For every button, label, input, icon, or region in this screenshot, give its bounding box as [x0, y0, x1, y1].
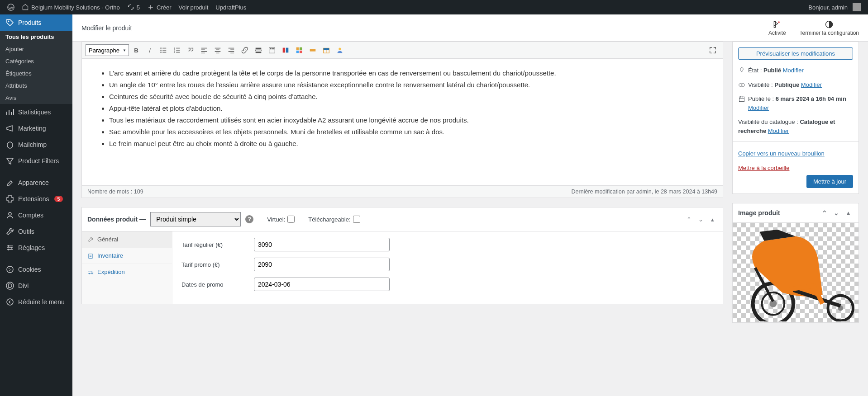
panel-down-icon[interactable]: ⌄ — [696, 214, 706, 224]
regular-price-input[interactable] — [254, 238, 390, 251]
updraftplus[interactable]: UpdraftPlus — [212, 0, 250, 14]
updates[interactable]: 5 — [124, 0, 143, 14]
tab-inventory[interactable]: Inventaire — [82, 248, 172, 264]
panel-toggle-icon[interactable]: ▴ — [707, 214, 717, 224]
edit-catalog-link[interactable]: Modifier — [768, 127, 789, 134]
submenu-attributs[interactable]: Attributs — [0, 80, 72, 92]
product-image-title: Image produit — [738, 209, 780, 217]
content-bullet: Le frein manuel peut être au choix monté… — [109, 138, 709, 149]
tab-shipping[interactable]: Expédition — [82, 264, 172, 280]
menu-filters[interactable]: Product Filters — [0, 153, 72, 169]
panel-up-icon[interactable]: ⌃ — [684, 214, 694, 224]
product-data-panel: Données produit — Produit simple ? Virtu… — [81, 207, 723, 304]
new-content[interactable]: Créer — [143, 0, 175, 14]
update-button[interactable]: Mettre à jour — [806, 175, 853, 188]
copy-draft-link[interactable]: Copier vers un nouveau brouillon — [738, 149, 825, 158]
menu-extensions[interactable]: Extensions5 — [0, 191, 72, 207]
product-image-metabox: Image produit ⌃ ⌄ ▴ — [732, 203, 859, 323]
edit-date-link[interactable]: Modifier — [748, 104, 769, 111]
bullet-list-button[interactable] — [157, 44, 170, 57]
submenu-avis[interactable]: Avis — [0, 92, 72, 104]
align-left-button[interactable] — [198, 44, 210, 57]
panel-down-icon[interactable]: ⌄ — [831, 208, 841, 218]
menu-mailchimp[interactable]: Mailchimp — [0, 137, 72, 153]
user-button[interactable] — [334, 44, 346, 57]
preview-button[interactable]: Prévisualiser les modifications — [738, 47, 853, 60]
align-center-button[interactable] — [211, 44, 224, 57]
align-right-button[interactable] — [225, 44, 238, 57]
content-editor: Paragraphe B I 123 — [81, 42, 723, 198]
edit-visibility-link[interactable]: Modifier — [801, 81, 822, 88]
menu-produits[interactable]: Produits — [0, 14, 72, 31]
svg-point-37 — [89, 273, 90, 274]
row-button[interactable] — [306, 44, 319, 57]
toolbar-toggle-button[interactable] — [266, 44, 278, 57]
sale-price-input[interactable] — [254, 258, 390, 271]
columns-button[interactable] — [279, 44, 292, 57]
admin-menu: Produits Tous les produits Ajouter Catég… — [0, 14, 72, 396]
submenu-etiquettes[interactable]: Étiquettes — [0, 67, 72, 80]
more-button[interactable] — [252, 44, 265, 57]
svg-point-6 — [10, 269, 11, 270]
activity-link[interactable]: Activité — [768, 20, 786, 36]
svg-rect-19 — [256, 50, 262, 51]
menu-divi[interactable]: Divi — [0, 278, 72, 294]
menu-marketing[interactable]: Marketing — [0, 120, 72, 137]
submenu-ajouter[interactable]: Ajouter — [0, 43, 72, 55]
menu-cookies[interactable]: Cookies — [0, 261, 72, 278]
edit-status-link[interactable]: Modifier — [783, 67, 804, 74]
menu-comptes[interactable]: Comptes — [0, 207, 72, 223]
submenu-categories[interactable]: Catégories — [0, 55, 72, 67]
svg-point-13 — [160, 50, 162, 51]
svg-rect-30 — [300, 51, 302, 53]
tab-general[interactable]: Général — [82, 231, 172, 248]
submenu-tous[interactable]: Tous les produits — [0, 31, 72, 43]
view-product[interactable]: Voir produit — [175, 0, 212, 14]
blockquote-button[interactable] — [184, 44, 197, 57]
menu-collapse[interactable]: Réduire le menu — [0, 294, 72, 310]
calendar-icon — [738, 95, 745, 103]
svg-point-10 — [778, 21, 780, 23]
wp-logo[interactable] — [4, 0, 18, 14]
downloadable-checkbox[interactable]: Téléchargeable: — [308, 216, 360, 223]
svg-point-2 — [7, 142, 13, 148]
virtual-checkbox[interactable]: Virtuel: — [267, 216, 295, 223]
svg-rect-36 — [88, 271, 91, 273]
italic-button[interactable]: I — [143, 44, 156, 57]
svg-rect-24 — [273, 48, 275, 50]
svg-rect-23 — [272, 48, 273, 50]
sale-date-from-input[interactable] — [254, 278, 390, 291]
site-name[interactable]: Belgium Mobility Solutions - Ortho — [18, 0, 124, 14]
menu-statistiques[interactable]: Statistiques — [0, 104, 72, 120]
my-account[interactable]: Bonjour, admin — [805, 0, 864, 14]
svg-point-14 — [160, 52, 162, 53]
link-button[interactable] — [238, 44, 251, 57]
word-count: Nombre de mots : 109 — [87, 189, 143, 195]
svg-point-3 — [9, 212, 11, 215]
table-button[interactable] — [320, 44, 333, 57]
svg-rect-33 — [324, 48, 329, 50]
format-select[interactable]: Paragraphe — [86, 44, 129, 56]
finish-setup-link[interactable]: Terminer la configuration — [800, 20, 859, 36]
editor-body[interactable]: L'arc avant et arrière du cadre protègen… — [82, 59, 723, 185]
product-image-thumbnail[interactable] — [733, 223, 858, 322]
numbered-list-button[interactable]: 123 — [171, 44, 183, 57]
bold-button[interactable]: B — [130, 44, 143, 57]
menu-apparence[interactable]: Apparence — [0, 174, 72, 191]
menu-outils[interactable]: Outils — [0, 223, 72, 240]
avatar — [853, 3, 861, 11]
fullscreen-button[interactable] — [706, 44, 719, 57]
product-type-select[interactable]: Produit simple — [150, 212, 241, 226]
svg-rect-20 — [256, 52, 262, 53]
grid-button[interactable] — [293, 44, 305, 57]
svg-rect-35 — [89, 254, 92, 258]
trash-link[interactable]: Mettre à la corbeille — [738, 164, 789, 173]
svg-point-38 — [91, 273, 92, 274]
extensions-badge: 5 — [54, 196, 62, 202]
help-icon[interactable]: ? — [245, 215, 253, 223]
panel-up-icon[interactable]: ⌃ — [820, 208, 830, 218]
panel-toggle-icon[interactable]: ▴ — [843, 208, 853, 218]
svg-point-9 — [7, 299, 13, 305]
svg-point-1 — [8, 21, 10, 22]
menu-reglages[interactable]: Réglages — [0, 240, 72, 256]
